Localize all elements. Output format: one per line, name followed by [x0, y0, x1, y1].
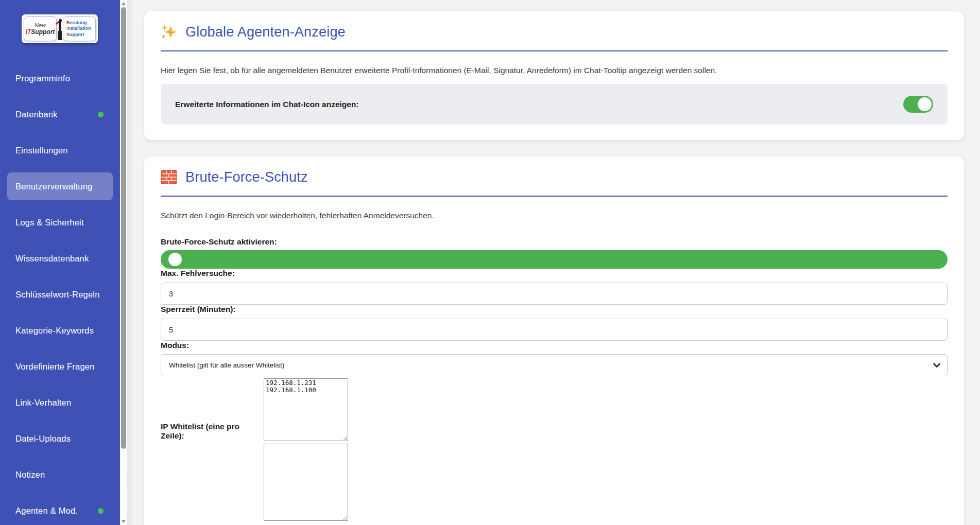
logo-text-support: Support	[31, 28, 55, 36]
chat-icon-info-label: Erweiterte Informationen im Chat-Icon an…	[175, 100, 359, 109]
brute-force-enable-toggle[interactable]	[161, 250, 948, 269]
max-attempts-label: Max. Fehlversuche:	[161, 269, 235, 277]
lock-time-label: Sperrzeit (Minuten):	[161, 305, 236, 313]
sidebar-scrollbar-thumb[interactable]	[121, 7, 126, 449]
sidebar-item-label: Link-Verhalten	[15, 398, 71, 408]
chat-icon-info-toggle[interactable]	[903, 96, 933, 113]
sidebar-item-label: Logs & Sicherheit	[15, 218, 84, 227]
logo-text-new: New	[35, 22, 46, 28]
scroll-up-arrow-icon[interactable]	[122, 2, 126, 5]
sidebar-item-datenbank[interactable]: Datenbank	[7, 100, 113, 128]
app-logo: New ITSupport Beratung Installation Supp…	[22, 14, 98, 43]
card-brute-force: Brute-Force-Schutz Schützt den Login-Ber…	[144, 156, 964, 525]
logo-left-bubble: New ITSupport	[24, 16, 57, 41]
ip-whitelist-textarea[interactable]: 192.168.1.231 192.168.1.100	[264, 378, 348, 441]
mascot-figure-icon	[56, 19, 63, 41]
sidebar-nav: ProgramminfoDatenbankEinstellungenBenutz…	[0, 64, 120, 524]
sidebar-item-label: Kategorie-Keywords	[15, 326, 94, 336]
sidebar-item-label: Benutzerverwaltung	[15, 182, 92, 191]
sidebar-item-label: Datenbank	[15, 110, 58, 119]
sidebar-item-link-verhalten[interactable]: Link-Verhalten	[7, 389, 113, 416]
title-underline	[161, 196, 948, 197]
ip-whitelist-label: IP Whitelist (eine pro Zeile):	[161, 422, 264, 441]
sidebar-item-label: Datei-Uploads	[15, 434, 71, 444]
sidebar-item-label: Einstellungen	[15, 146, 68, 155]
sidebar-item-benutzerverwaltung[interactable]: Benutzerverwaltung	[7, 172, 113, 200]
sidebar-item-agenten-mod[interactable]: Agenten & Mod.	[7, 497, 113, 524]
sidebar-item-wissensdatenbank[interactable]: Wissensdatenbank	[7, 244, 113, 272]
logo-right-bubble: Beratung Installation Support	[63, 16, 96, 41]
sidebar-item-label: Vordefinierte Fragen	[15, 362, 95, 372]
card-title-global-agent-display: Globale Agenten-Anzeige	[185, 24, 346, 40]
title-underline	[161, 50, 948, 51]
sidebar: New ITSupport Beratung Installation Supp…	[0, 0, 120, 525]
scroll-down-arrow-icon[interactable]	[122, 520, 126, 523]
card-description: Schützt den Login-Bereich vor wiederholt…	[161, 211, 948, 220]
sidebar-item-schl-sselwort-regeln[interactable]: Schlüsselwort-Regeln	[7, 281, 113, 308]
ip-blacklist-textarea[interactable]	[264, 444, 348, 521]
sidebar-item-kategorie-keywords[interactable]: Kategorie-Keywords	[7, 317, 113, 344]
sidebar-item-datei-uploads[interactable]: Datei-Uploads	[7, 425, 113, 452]
mode-label: Modus:	[161, 341, 189, 349]
lock-time-input[interactable]	[161, 319, 948, 341]
card-title-brute-force: Brute-Force-Schutz	[185, 169, 308, 185]
status-dot	[98, 112, 104, 117]
sidebar-item-label: Notizen	[15, 470, 45, 480]
card-global-agent-display: Globale Agenten-Anzeige Hier legen Sie f…	[144, 11, 964, 140]
sidebar-scrollbar[interactable]	[120, 0, 127, 525]
logo-text-it: IT	[26, 28, 31, 36]
card-description: Hier legen Sie fest, ob für alle angemel…	[161, 66, 948, 75]
logo-installation-rest: nstallation	[68, 26, 91, 31]
toggle-knob	[168, 253, 182, 266]
sidebar-item-programminfo[interactable]: Programminfo	[7, 64, 113, 92]
sidebar-item-label: Programminfo	[15, 74, 70, 83]
main-content: Globale Agenten-Anzeige Hier legen Sie f…	[127, 0, 980, 525]
chat-icon-info-setting-row: Erweiterte Informationen im Chat-Icon an…	[161, 84, 948, 125]
logo-beratung-rest: eratung	[70, 20, 87, 25]
sidebar-item-notizen[interactable]: Notizen	[7, 461, 113, 488]
sidebar-item-vordefinierte-fragen[interactable]: Vordefinierte Fragen	[7, 353, 113, 380]
sidebar-item-label: Wissensdatenbank	[15, 254, 89, 264]
toggle-knob	[918, 97, 932, 111]
sparkles-icon	[161, 24, 177, 40]
mode-select[interactable]: Whitelist (gilt für alle ausser Whitelis…	[161, 354, 948, 376]
sidebar-item-label: Schlüsselwort-Regeln	[15, 290, 100, 300]
sidebar-item-label: Agenten & Mod.	[15, 506, 78, 516]
max-attempts-input[interactable]	[161, 283, 948, 305]
brute-force-enable-label: Brute-Force-Schutz aktivieren:	[161, 237, 948, 247]
logo-support-rest: upport	[70, 32, 84, 37]
status-dot	[98, 508, 104, 514]
sidebar-item-logs-sicherheit[interactable]: Logs & Sicherheit	[7, 208, 113, 236]
brick-icon	[161, 169, 177, 185]
sidebar-item-einstellungen[interactable]: Einstellungen	[7, 136, 113, 164]
